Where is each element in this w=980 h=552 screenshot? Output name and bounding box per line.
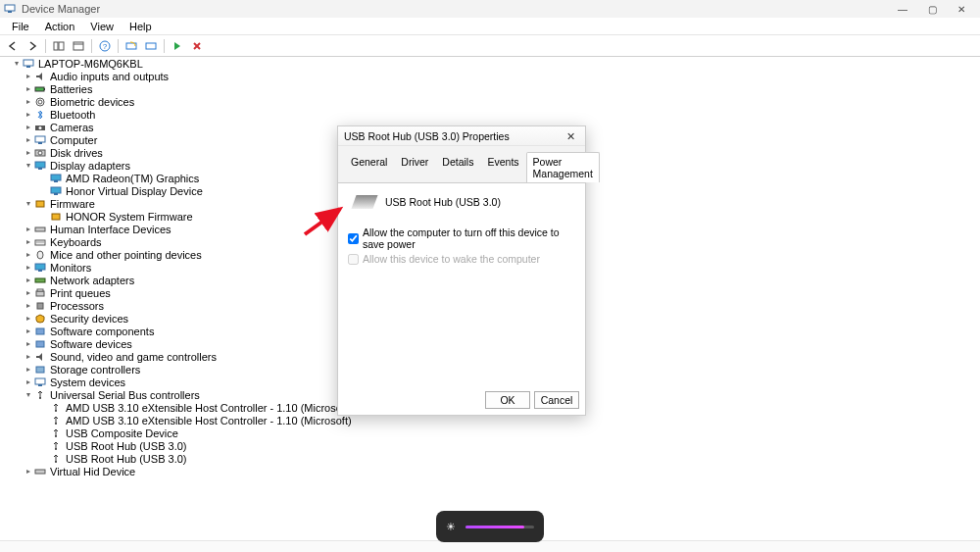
expander-icon[interactable]: ▸: [24, 465, 33, 478]
expander-icon[interactable]: ▸: [24, 95, 33, 109]
tree-item-batteries[interactable]: ▸Batteries: [8, 82, 972, 95]
expander-icon[interactable]: ▸: [24, 121, 33, 134]
hid-icon: [33, 224, 47, 235]
expander-icon[interactable]: ▸: [24, 350, 33, 364]
dialog-device-row: USB Root Hub (USB 3.0): [354, 195, 575, 209]
expander-icon[interactable]: ▸: [24, 376, 33, 389]
expander-icon[interactable]: ▸: [24, 274, 33, 287]
properties-button[interactable]: [70, 37, 87, 55]
svg-rect-1: [8, 11, 12, 13]
svg-rect-43: [36, 341, 44, 347]
expander-icon[interactable]: ▸: [24, 146, 33, 160]
dialog-titlebar: USB Root Hub (USB 3.0) Properties ✕: [338, 126, 585, 146]
mouse-icon: [33, 249, 47, 261]
expander-icon[interactable]: ▸: [24, 337, 33, 351]
uninstall-device-button[interactable]: [188, 37, 206, 55]
ok-button[interactable]: OK: [485, 391, 530, 409]
svg-rect-36: [35, 264, 45, 270]
expander-icon[interactable]: ▸: [24, 108, 33, 122]
toolbar-separator: [45, 39, 46, 53]
tab-general[interactable]: General: [344, 152, 394, 182]
show-hide-tree-button[interactable]: [50, 37, 68, 55]
svg-rect-31: [52, 214, 60, 220]
checkbox-allow-wake-input: [348, 254, 359, 265]
svg-rect-2: [54, 42, 58, 50]
scan-hardware-button[interactable]: [122, 37, 140, 55]
checkbox-allow-turn-off[interactable]: Allow the computer to turn off this devi…: [348, 226, 575, 250]
maximize-button[interactable]: ▢: [917, 0, 947, 18]
tree-item-audio[interactable]: ▸Audio inputs and outputs: [8, 70, 972, 82]
tree-root-label: LAPTOP-M6MQ6KBL: [37, 57, 143, 71]
expander-icon[interactable]: ▸: [24, 248, 33, 262]
printer-icon: [33, 287, 47, 299]
expander-icon[interactable]: ▸: [24, 223, 33, 236]
toolbar-separator: [164, 39, 165, 53]
svg-rect-44: [36, 367, 44, 373]
menu-view[interactable]: View: [82, 19, 122, 34]
svg-rect-25: [38, 168, 42, 170]
expander-icon[interactable]: ▸: [24, 82, 33, 96]
storage-icon: [33, 364, 47, 376]
svg-rect-9: [146, 43, 156, 49]
svg-rect-20: [35, 136, 45, 142]
expander-icon[interactable]: ▾: [24, 159, 33, 173]
security-icon: [33, 313, 47, 325]
expander-icon[interactable]: ▸: [24, 235, 33, 249]
help-button[interactable]: ?: [96, 37, 114, 55]
expander-icon[interactable]: ▾: [24, 388, 33, 402]
monitor-icon: [33, 262, 47, 274]
expander-icon[interactable]: ▸: [24, 133, 33, 147]
tab-driver[interactable]: Driver: [394, 152, 435, 182]
expander-icon[interactable]: ▸: [24, 325, 33, 338]
menu-help[interactable]: Help: [122, 19, 160, 34]
expander-icon[interactable]: ▸: [24, 312, 33, 326]
expander-icon[interactable]: ▾: [24, 197, 33, 211]
expander-icon[interactable]: ▾: [12, 57, 22, 71]
checkbox-allow-wake-label: Allow this device to wake the computer: [363, 253, 540, 265]
tab-power-management[interactable]: Power Management: [526, 152, 600, 182]
tab-events[interactable]: Events: [480, 152, 525, 182]
computer-icon: [22, 58, 35, 70]
enable-device-button[interactable]: [169, 37, 186, 55]
svg-point-51: [55, 448, 57, 450]
sound-icon: [33, 351, 47, 363]
tree-item-bluetooth[interactable]: ▸Bluetooth: [8, 108, 972, 121]
svg-rect-30: [36, 201, 44, 207]
expander-icon[interactable]: ▸: [24, 286, 33, 300]
tree-item-biometric[interactable]: ▸Biometric devices: [8, 95, 972, 108]
checkbox-allow-turn-off-label: Allow the computer to turn off this devi…: [363, 226, 575, 250]
forward-button[interactable]: [24, 37, 41, 55]
window-controls: — ▢ ✕: [888, 0, 976, 18]
back-button[interactable]: [4, 37, 22, 55]
tree-item-vhid[interactable]: ▸Virtual Hid Device: [8, 465, 972, 477]
expander-icon[interactable]: ▸: [24, 299, 33, 313]
dialog-close-button[interactable]: ✕: [562, 128, 579, 144]
menu-file[interactable]: File: [4, 19, 37, 34]
svg-point-35: [37, 251, 43, 259]
tab-details[interactable]: Details: [435, 152, 480, 182]
minimize-button[interactable]: —: [888, 0, 917, 18]
expander-icon[interactable]: ▸: [24, 261, 33, 275]
svg-rect-46: [38, 384, 42, 386]
display-icon: [49, 185, 63, 197]
cancel-button[interactable]: Cancel: [534, 391, 579, 409]
computer-icon: [33, 134, 47, 146]
menu-action[interactable]: Action: [37, 19, 83, 34]
checkbox-allow-wake: Allow this device to wake the computer: [348, 253, 575, 265]
tree-item-usb-child[interactable]: USB Root Hub (USB 3.0): [8, 439, 972, 452]
tree-item-usb-child[interactable]: USB Root Hub (USB 3.0): [8, 452, 972, 465]
tree-item-usb-child[interactable]: USB Composite Device: [8, 427, 972, 439]
brightness-slider[interactable]: [466, 526, 534, 528]
usb-icon: [49, 453, 63, 465]
dialog-title: USB Root Hub (USB 3.0) Properties: [344, 130, 562, 142]
svg-rect-41: [37, 303, 43, 309]
checkbox-allow-turn-off-input[interactable]: [348, 233, 359, 244]
svg-text:?: ?: [103, 42, 108, 51]
usb-icon: [49, 427, 63, 439]
expander-icon[interactable]: ▸: [24, 70, 33, 83]
update-driver-button[interactable]: [142, 37, 160, 55]
properties-dialog: USB Root Hub (USB 3.0) Properties ✕ Gene…: [337, 125, 586, 416]
tree-root[interactable]: ▾ LAPTOP-M6MQ6KBL: [8, 57, 972, 70]
expander-icon[interactable]: ▸: [24, 363, 33, 376]
close-button[interactable]: ✕: [947, 0, 976, 18]
